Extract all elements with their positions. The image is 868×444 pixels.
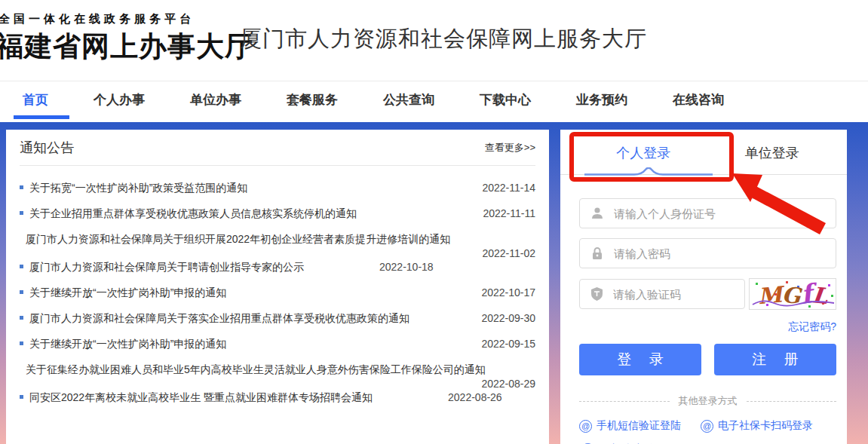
notice-item: 关于企业招用重点群体享受税收优惠政策人员信息核实系统停机的通知 2022-11-…	[20, 201, 535, 227]
id-field-wrapper	[579, 198, 836, 228]
captcha-row: MGfL	[579, 278, 836, 310]
social-card-scan-login-link[interactable]: @ 电子社保卡扫码登录	[701, 419, 813, 433]
notice-link[interactable]: 厦门市人力资源和社会保障局关于组织开展2022年初创企业经营者素质提升进修培训的…	[26, 233, 450, 245]
view-more-link[interactable]: 查看更多>>	[485, 141, 535, 155]
notice-title: 通知公告	[20, 139, 74, 157]
other-methods-divider: 其他登录方式	[579, 394, 836, 408]
notice-link[interactable]: 厦门市人力资源和社会保障局关于聘请创业指导专家的公示	[29, 261, 304, 274]
notice-link[interactable]: 关于继续开放“一次性扩岗补助”申报的通知	[29, 286, 226, 300]
notice-date: 2022-10-17	[481, 286, 535, 299]
notice-item: 关于继续开放“一次性扩岗补助”申报的通知 2022-10-17	[20, 280, 535, 306]
nav-item-online-consult[interactable]: 在线咨询	[673, 81, 724, 122]
notice-link[interactable]: 厦门市人力资源和社会保障局关于落实企业招用重点群体享受税收优惠政策的通知	[29, 312, 409, 326]
register-button[interactable]: 注 册	[714, 344, 836, 375]
nav-item-appointment[interactable]: 业务预约	[576, 81, 627, 122]
bullet-icon	[20, 395, 23, 399]
nav-item-public-query[interactable]: 公共查询	[383, 81, 434, 122]
page-title: 厦门市人力资源和社会保障网上服务大厅	[240, 24, 647, 54]
notice-date: 2022-09-15	[481, 338, 535, 350]
notice-item: 同安区2022年离校未就业高校毕业生 暨重点就业困难群体专场招聘会通知 2022…	[20, 385, 535, 411]
divider-line	[747, 401, 837, 402]
captcha-field-wrapper	[579, 279, 745, 309]
notice-link[interactable]: 关于征集经办就业困难人员和毕业5年内高校毕业生灵活就业人身意外伤害保险工作保险公…	[26, 363, 486, 375]
bullet-icon	[20, 290, 23, 294]
person-icon	[590, 206, 605, 221]
main-nav: 首页 个人办事 单位办事 套餐服务 公共查询 下载中心 业务预约 在线咨询	[0, 81, 868, 122]
notice-link[interactable]: 同安区2022年离校未就业高校毕业生 暨重点就业困难群体专场招聘会通知	[29, 391, 373, 405]
alt-login-row: @ 手机短信验证登陆 @ 电子社保卡扫码登录	[579, 419, 836, 433]
notice-item: 关于征集经办就业困难人员和毕业5年内高校毕业生灵活就业人身意外伤害保险工作保险公…	[20, 357, 535, 385]
nav-item-personal-services[interactable]: 个人办事	[94, 81, 145, 122]
notice-date: 2022-08-26	[448, 391, 502, 403]
notice-link[interactable]: 关于企业招用重点群体享受税收优惠政策人员信息核实系统停机的通知	[29, 207, 357, 221]
social-card-scan-login-label: 电子社保卡扫码登录	[718, 419, 813, 433]
notice-date: 2022-11-14	[482, 182, 535, 194]
lock-icon	[590, 246, 605, 261]
notice-date: 2022-11-11	[483, 207, 535, 219]
divider-line	[579, 401, 670, 402]
password-input[interactable]	[614, 247, 799, 260]
captcha-image[interactable]: MGfL	[749, 278, 836, 310]
notice-date: 2022-10-18	[379, 261, 434, 273]
nav-item-package-services[interactable]: 套餐服务	[287, 81, 338, 122]
bullet-icon	[20, 316, 23, 320]
notice-list: 关于拓宽“一次性扩岗补助”政策受益范围的通知 2022-11-14 关于企业招用…	[20, 176, 535, 411]
at-circle-icon: @	[579, 420, 592, 433]
platform-label: 全国一体化在线政务服务平台	[0, 12, 253, 26]
login-buttons: 登 录 注 册	[579, 344, 836, 375]
tab-company-login[interactable]: 单位登录	[708, 130, 837, 173]
content-area: 通知公告 查看更多>> 关于拓宽“一次性扩岗补助”政策受益范围的通知 2022-…	[0, 122, 868, 444]
site-name: 福建省网上办事大厅	[0, 28, 253, 66]
notice-date: 2022-09-30	[481, 312, 535, 324]
bullet-icon	[20, 211, 23, 215]
captcha-input[interactable]	[613, 288, 729, 301]
forgot-password-row: 忘记密码?	[579, 320, 836, 334]
tab-underline	[560, 173, 847, 182]
notice-item: 关于拓宽“一次性扩岗补助”政策受益范围的通知 2022-11-14	[20, 176, 535, 201]
notice-item: 厦门市人力资源和社会保障局关于组织开展2022年初创企业经营者素质提升进修培训的…	[20, 227, 535, 255]
nav-item-company-services[interactable]: 单位办事	[190, 81, 241, 122]
notice-header: 通知公告 查看更多>>	[20, 130, 535, 166]
id-number-input[interactable]	[614, 207, 799, 220]
bullet-icon	[20, 265, 23, 268]
nav-item-download-center[interactable]: 下载中心	[480, 81, 531, 122]
nav-item-home[interactable]: 首页	[23, 81, 48, 122]
bullet-icon	[20, 341, 23, 345]
bullet-icon	[20, 185, 23, 189]
notice-link[interactable]: 关于继续开放“一次性扩岗补助”申报的通知	[29, 338, 226, 351]
other-methods-label: 其他登录方式	[670, 394, 747, 408]
shield-icon	[590, 286, 604, 302]
notice-item: 厦门市人力资源和社会保障局关于落实企业招用重点群体享受税收优惠政策的通知 202…	[20, 306, 535, 332]
password-field-wrapper	[579, 238, 836, 268]
forgot-password-link[interactable]: 忘记密码?	[788, 320, 836, 332]
login-panel: 个人登录 单位登录	[560, 130, 847, 444]
notice-item: 厦门市人力资源和社会保障局关于聘请创业指导专家的公示 2022-10-18	[20, 255, 535, 280]
site-header: 全国一体化在线政务服务平台 福建省网上办事大厅 厦门市人力资源和社会保障网上服务…	[0, 0, 868, 81]
sms-login-link[interactable]: @ 手机短信验证登陆	[579, 419, 681, 433]
notice-item: 关于继续开放“一次性扩岗补助”申报的通知 2022-09-15	[20, 332, 535, 357]
sms-login-label: 手机短信验证登陆	[597, 419, 681, 433]
login-button[interactable]: 登 录	[579, 344, 701, 375]
notice-panel: 通知公告 查看更多>> 关于拓宽“一次性扩岗补助”政策受益范围的通知 2022-…	[6, 130, 549, 444]
site-logo: 全国一体化在线政务服务平台 福建省网上办事大厅	[0, 12, 253, 66]
notice-link[interactable]: 关于拓宽“一次性扩岗补助”政策受益范围的通知	[29, 182, 247, 195]
at-circle-icon: @	[701, 420, 713, 433]
